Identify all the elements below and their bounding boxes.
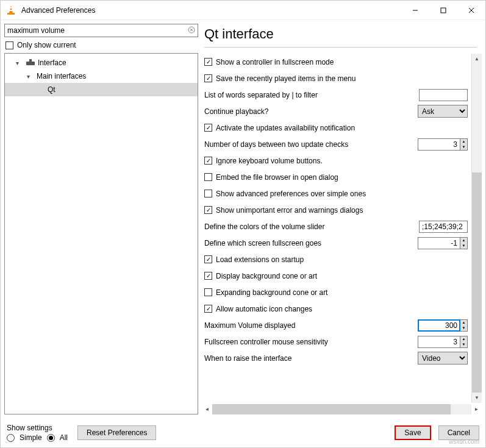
checkbox[interactable]: ✓ — [204, 58, 212, 66]
checkbox[interactable]: ✓ — [204, 157, 212, 165]
checkbox[interactable]: ✓ — [204, 206, 212, 214]
show-settings-label: Show settings — [7, 424, 68, 432]
settings-panel: ✓Show a controller in fullscreen mode✓Sa… — [202, 54, 471, 403]
setting-row: ✓Load extensions on startup — [204, 251, 468, 268]
setting-label: Continue playback? — [204, 107, 418, 116]
checkbox[interactable] — [204, 173, 212, 181]
vlc-cone-icon — [5, 5, 16, 16]
setting-row: Number of days between two update checks… — [204, 136, 468, 152]
tree-label: Interface — [38, 59, 66, 67]
only-show-current-checkbox[interactable] — [5, 41, 13, 49]
svg-rect-11 — [29, 59, 32, 62]
only-show-current-label: Only show current — [17, 41, 76, 49]
checkbox[interactable]: ✓ — [204, 74, 212, 82]
setting-row: Define the colors of the volume slider — [204, 218, 468, 235]
text-input[interactable] — [419, 89, 468, 101]
scroll-up-icon[interactable]: ▲ — [472, 54, 482, 64]
setting-label: Display background cone or art — [216, 272, 468, 280]
scrollbar-thumb[interactable] — [212, 404, 451, 414]
scroll-left-icon[interactable]: ◄ — [202, 404, 212, 414]
watermark: wsxdn.com — [449, 438, 479, 445]
clear-search-icon[interactable] — [187, 26, 196, 34]
setting-label: When to raise the interface — [204, 354, 418, 363]
number-input[interactable] — [418, 138, 460, 151]
svg-rect-0 — [7, 13, 15, 15]
setting-label: Expanding background cone or art — [216, 288, 468, 297]
dropdown[interactable]: Ask — [418, 105, 468, 118]
svg-rect-2 — [9, 10, 13, 11]
tree-label: Main interfaces — [37, 72, 86, 80]
save-button[interactable]: Save — [395, 425, 431, 440]
setting-row: ✓Save the recently played items in the m… — [204, 70, 468, 87]
dropdown[interactable]: Video — [418, 352, 468, 364]
radio-simple[interactable] — [7, 434, 15, 442]
setting-row: Define which screen fullscreen goes▲▼ — [204, 235, 468, 251]
setting-label: Ignore keyboard volume buttons. — [216, 157, 468, 165]
checkbox[interactable]: ✓ — [204, 255, 212, 263]
tree-node-qt[interactable]: Qt — [5, 83, 198, 96]
window-title: Advanced Preferences — [21, 6, 401, 15]
setting-row: ✓Show a controller in fullscreen mode — [204, 54, 468, 70]
vertical-scrollbar[interactable]: ▲ ▼ — [471, 54, 482, 403]
svg-rect-10 — [26, 62, 35, 65]
setting-label: Show unimportant error and warnings dial… — [216, 206, 468, 215]
horizontal-scrollbar[interactable]: ◄ ► — [202, 404, 482, 414]
setting-label: Activate the updates availability notifi… — [216, 124, 468, 132]
checkbox[interactable] — [204, 190, 212, 197]
checkbox[interactable]: ✓ — [204, 305, 212, 313]
close-button[interactable] — [457, 1, 485, 20]
chevron-down-icon[interactable]: ▾ — [11, 60, 23, 66]
radio-simple-label: Simple — [20, 433, 42, 442]
checkbox[interactable]: ✓ — [204, 124, 212, 132]
setting-row: ✓Activate the updates availability notif… — [204, 119, 468, 136]
setting-row: ✓Display background cone or art — [204, 268, 468, 284]
tree-label: Qt — [48, 85, 55, 94]
titlebar: Advanced Preferences — [1, 1, 485, 20]
search-input[interactable] — [4, 24, 198, 37]
setting-row: ✓Allow automatic icon changes — [204, 300, 468, 317]
setting-label: List of words separated by | to filter — [204, 91, 419, 99]
spinner-buttons[interactable]: ▲▼ — [460, 319, 468, 332]
setting-label: Allow automatic icon changes — [216, 305, 468, 313]
scrollbar-thumb[interactable] — [472, 172, 482, 393]
scroll-down-icon[interactable]: ▼ — [472, 393, 482, 403]
number-input[interactable] — [418, 336, 460, 348]
reset-preferences-button[interactable]: Reset Preferences — [77, 425, 156, 440]
checkbox[interactable] — [204, 288, 212, 296]
checkbox[interactable]: ✓ — [204, 272, 212, 280]
number-input[interactable] — [418, 319, 460, 332]
svg-rect-1 — [10, 7, 12, 9]
spinner-buttons[interactable]: ▲▼ — [460, 336, 468, 348]
chevron-down-icon[interactable]: ▾ — [22, 73, 34, 80]
setting-row: ✓Show unimportant error and warnings dia… — [204, 202, 468, 218]
setting-label: Load extensions on startup — [216, 255, 468, 264]
setting-row: Continue playback?Ask — [204, 103, 468, 119]
setting-row: Show advanced preferences over simple on… — [204, 185, 468, 202]
text-input[interactable] — [419, 221, 468, 233]
svg-rect-4 — [441, 8, 446, 13]
maximize-button[interactable] — [429, 1, 457, 20]
setting-label: Show advanced preferences over simple on… — [216, 190, 468, 198]
setting-label: Embed the file browser in open dialog — [216, 173, 468, 182]
setting-label: Define the colors of the volume slider — [204, 222, 419, 231]
spinner-buttons[interactable]: ▲▼ — [460, 237, 468, 249]
setting-label: Fullscreen controller mouse sensitivity — [204, 338, 418, 346]
interface-icon — [26, 58, 35, 68]
setting-label: Number of days between two update checks — [204, 140, 418, 149]
scroll-right-icon[interactable]: ► — [471, 404, 482, 414]
spinner-buttons[interactable]: ▲▼ — [460, 138, 468, 151]
setting-row: Fullscreen controller mouse sensitivity▲… — [204, 333, 468, 350]
page-title: Qt interface — [204, 24, 477, 48]
minimize-button[interactable] — [401, 1, 429, 20]
tree-node-main-interfaces[interactable]: ▾ Main interfaces — [5, 69, 198, 83]
setting-label: Show a controller in fullscreen mode — [216, 58, 468, 66]
setting-row: Expanding background cone or art — [204, 284, 468, 300]
tree-node-interface[interactable]: ▾ Interface — [5, 56, 198, 69]
setting-row: List of words separated by | to filter — [204, 87, 468, 103]
radio-all[interactable] — [47, 434, 55, 442]
setting-label: Maximum Volume displayed — [204, 321, 418, 330]
setting-row: When to raise the interfaceVideo — [204, 350, 468, 366]
radio-all-label: All — [60, 433, 68, 442]
number-input[interactable] — [418, 237, 460, 249]
preferences-tree[interactable]: ▾ Interface ▾ Main interfaces Qt — [4, 53, 198, 414]
